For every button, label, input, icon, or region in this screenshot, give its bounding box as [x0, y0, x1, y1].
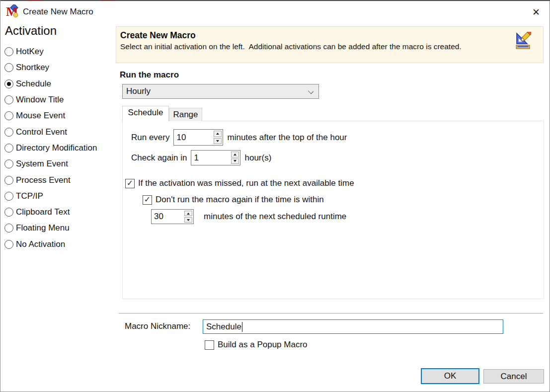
- spinner-down-button[interactable]: [231, 158, 239, 164]
- radio-icon: [4, 63, 13, 72]
- close-icon[interactable]: ✕: [526, 4, 546, 20]
- run-every-suffix: minutes after the top of the hour: [227, 133, 347, 143]
- radio-icon: [4, 159, 13, 168]
- sidebar-item-label: Floating Menu: [16, 223, 70, 233]
- sidebar-item-label: Window Title: [16, 95, 64, 105]
- spinner-up-button[interactable]: [184, 211, 192, 216]
- radio-icon: [4, 208, 13, 217]
- dont-run-again-row: ✓ Don't run the macro again if the time …: [143, 195, 324, 205]
- sidebar-item-label: Control Event: [16, 127, 67, 137]
- run-every-label: Run every: [131, 133, 169, 143]
- triangle-up-icon: [216, 133, 219, 135]
- check-again-row: Check again in 1 hour(s): [131, 150, 271, 165]
- popup-macro-row: ✓ Build as a Popup Macro: [205, 340, 308, 350]
- text-caret: [242, 322, 242, 332]
- macro-nickname-value: Schedule: [206, 322, 241, 332]
- activation-heading: Activation: [5, 24, 57, 38]
- sidebar-item-label: System Event: [16, 159, 68, 169]
- title-bar: M Create New Macro ✕: [0, 1, 550, 23]
- spinner-buttons: [214, 131, 222, 144]
- checkmark-icon: ✓: [127, 179, 133, 187]
- sidebar-item-clipboard-text[interactable]: Clipboard Text: [4, 204, 115, 220]
- ok-button[interactable]: OK: [421, 368, 479, 384]
- radio-icon: [4, 47, 13, 56]
- tab-schedule[interactable]: Schedule: [122, 106, 169, 121]
- radio-icon: [4, 240, 13, 249]
- run-every-spinner[interactable]: 10: [173, 129, 223, 146]
- sidebar-item-label: Clipboard Text: [16, 207, 70, 217]
- tab-range[interactable]: Range: [169, 108, 202, 121]
- check-again-label: Check again in: [131, 153, 187, 163]
- sidebar-item-label: TCP/IP: [16, 191, 43, 201]
- tab-label: Schedule: [128, 108, 163, 118]
- triangle-down-icon: [187, 219, 190, 221]
- sidebar-item-shortkey[interactable]: Shortkey: [4, 60, 115, 76]
- triangle-up-icon: [187, 213, 190, 215]
- popup-macro-checkbox[interactable]: ✓: [205, 340, 214, 350]
- sidebar-item-label: Shortkey: [16, 63, 49, 73]
- radio-icon: [4, 128, 13, 137]
- footer-divider: [119, 313, 543, 314]
- drafting-tools-icon: [515, 32, 531, 50]
- banner-subtitle: Select an initial activation on the left…: [120, 42, 543, 51]
- radio-icon: [4, 224, 13, 233]
- sidebar-item-control-event[interactable]: Control Event: [4, 124, 115, 140]
- radio-icon: [4, 192, 13, 201]
- radio-icon: [4, 176, 13, 185]
- dont-run-again-checkbox[interactable]: ✓: [143, 195, 152, 205]
- sidebar-item-floating-menu[interactable]: Floating Menu: [4, 220, 115, 236]
- radio-icon: [4, 95, 13, 104]
- sidebar-item-label: Mouse Event: [16, 111, 65, 121]
- sidebar-item-system-event[interactable]: System Event: [4, 156, 115, 172]
- within-minutes-suffix: minutes of the next scheduled runtime: [204, 212, 346, 222]
- tab-label: Range: [173, 110, 198, 120]
- sidebar-item-label: Process Event: [16, 175, 71, 185]
- radio-icon: [4, 79, 13, 88]
- spinner-buttons: [231, 152, 239, 164]
- spinner-down-button[interactable]: [214, 138, 222, 145]
- sidebar-item-schedule[interactable]: Schedule: [4, 76, 115, 92]
- run-every-value: 10: [176, 133, 186, 143]
- sidebar-item-tcpip[interactable]: TCP/IP: [4, 188, 115, 204]
- triangle-up-icon: [234, 154, 236, 156]
- check-again-spinner[interactable]: 1: [191, 150, 240, 165]
- within-minutes-spinner[interactable]: 30: [151, 209, 194, 224]
- sidebar-item-window-title[interactable]: Window Title: [4, 92, 115, 108]
- macro-nickname-input[interactable]: Schedule: [203, 319, 503, 334]
- cancel-button[interactable]: Cancel: [483, 369, 544, 384]
- info-banner: Create New Macro Select an initial activ…: [116, 26, 544, 63]
- within-minutes-value: 30: [154, 212, 163, 222]
- radio-icon: [4, 144, 13, 153]
- check-again-value: 1: [194, 153, 198, 163]
- window-title: Create New Macro: [23, 7, 93, 17]
- sidebar-item-label: HotKey: [16, 47, 44, 57]
- sidebar-item-label: Schedule: [16, 79, 51, 89]
- activation-radio-list: HotKey Shortkey Schedule Window Title Mo…: [4, 44, 115, 252]
- checkmark-icon: ✓: [144, 196, 151, 204]
- spinner-up-button[interactable]: [214, 131, 222, 137]
- missed-activation-row: ✓ If the activation was missed, run at t…: [125, 178, 354, 188]
- sidebar-item-directory-modification[interactable]: Directory Modification: [4, 140, 115, 156]
- spinner-up-button[interactable]: [231, 152, 239, 157]
- schedule-tab-panel: Run every 10 minutes after the top of th…: [122, 121, 544, 299]
- check-again-suffix: hour(s): [244, 153, 271, 163]
- frequency-selected-value: Hourly: [126, 86, 151, 96]
- sidebar-item-mouse-event[interactable]: Mouse Event: [4, 108, 115, 124]
- sidebar-item-label: Directory Modification: [16, 143, 97, 153]
- run-every-row: Run every 10 minutes after the top of th…: [131, 129, 347, 146]
- macro-express-app-icon: M: [6, 4, 19, 18]
- frequency-dropdown[interactable]: Hourly: [122, 84, 319, 99]
- sidebar-item-process-event[interactable]: Process Event: [4, 172, 115, 188]
- sidebar-item-no-activation[interactable]: No Activation: [4, 236, 115, 252]
- radio-icon: [4, 111, 13, 120]
- triangle-down-icon: [234, 160, 236, 162]
- banner-title: Create New Macro: [120, 30, 543, 41]
- spinner-buttons: [184, 211, 192, 223]
- missed-activation-checkbox[interactable]: ✓: [125, 179, 135, 188]
- sidebar-item-label: No Activation: [16, 239, 65, 249]
- sidebar-item-hotkey[interactable]: HotKey: [4, 44, 115, 60]
- missed-activation-label: If the activation was missed, run at the…: [138, 178, 354, 188]
- chevron-down-icon: [308, 88, 314, 94]
- triangle-down-icon: [216, 140, 219, 142]
- spinner-down-button[interactable]: [184, 217, 192, 223]
